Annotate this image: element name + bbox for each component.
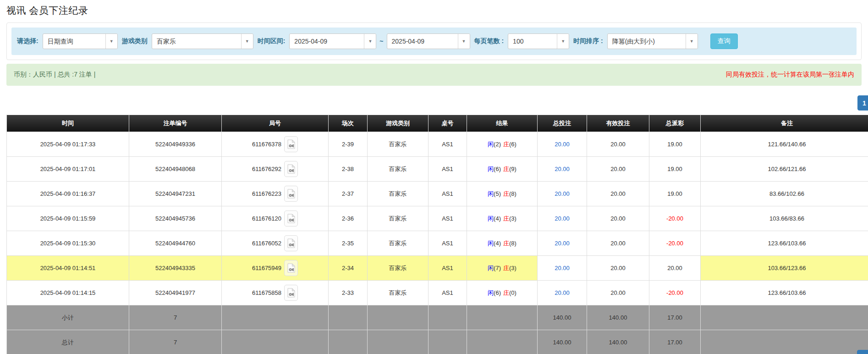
- total-bet-link[interactable]: 20.00: [555, 240, 570, 247]
- pagination-top: 1: [0, 95, 868, 111]
- total-bet-cell: 20.00: [538, 157, 587, 182]
- video-replay-icon[interactable]: [284, 210, 298, 227]
- table-row: 2025-04-09 01:15:30 522404944760 6116760…: [7, 231, 868, 256]
- column-header: 时间: [7, 115, 129, 132]
- summary-label: 总计: [7, 330, 129, 354]
- summary-total-bet: 140.00: [538, 305, 587, 330]
- bet-time: 2025-04-09 01:17:01: [7, 157, 129, 182]
- total-bet-cell: 20.00: [538, 231, 587, 256]
- chevron-down-icon[interactable]: ▼: [241, 34, 253, 49]
- per-page-value: 100: [508, 34, 557, 49]
- chevron-down-icon[interactable]: ▼: [458, 34, 470, 49]
- player-result-points: (6): [494, 166, 501, 172]
- video-replay-icon[interactable]: [284, 186, 298, 202]
- table-row: 2025-04-09 01:17:01 522404948068 6116762…: [7, 157, 868, 182]
- round-number: 611676120: [252, 215, 281, 222]
- column-header: 有效投注: [587, 115, 649, 132]
- page-1-button[interactable]: 1: [857, 350, 868, 354]
- query-type-select[interactable]: 日期查询 ▼: [43, 33, 118, 49]
- summary-valid-bet: 140.00: [587, 330, 649, 354]
- player-result-points: (2): [494, 141, 501, 148]
- note-cell: 83.66/102.66: [701, 182, 868, 206]
- game-category: 百家乐: [368, 281, 429, 305]
- valid-bet-cell: 20.00: [587, 157, 649, 182]
- chevron-down-icon[interactable]: ▼: [364, 34, 376, 49]
- total-bet-link[interactable]: 20.00: [555, 265, 570, 271]
- video-replay-icon[interactable]: [284, 260, 298, 276]
- total-bet-cell: 20.00: [538, 206, 587, 231]
- result-cell: 闲(7)庄(3): [467, 256, 538, 281]
- column-header: 总派彩: [649, 115, 701, 132]
- round-cell: 611676052: [222, 231, 329, 256]
- column-header: 总投注: [538, 115, 587, 132]
- total-bet-link[interactable]: 20.00: [555, 289, 570, 296]
- note-cell: 102.66/121.66: [701, 157, 868, 182]
- payout-cell: 19.00: [649, 182, 701, 206]
- video-replay-icon[interactable]: [284, 136, 298, 152]
- player-result-points: (7): [494, 265, 501, 271]
- pagination-bottom: 1: [857, 350, 868, 354]
- bet-time: 2025-04-09 01:15:59: [7, 206, 129, 231]
- bet-number: 522404949336: [129, 132, 222, 157]
- date-from-picker[interactable]: 2025-04-09 ▼: [289, 33, 376, 49]
- date-to-value: 2025-04-09: [387, 34, 458, 49]
- chevron-down-icon[interactable]: ▼: [105, 34, 117, 49]
- table-number: AS1: [429, 157, 467, 182]
- bet-number: 522404948068: [129, 157, 222, 182]
- bet-time: 2025-04-09 01:14:15: [7, 281, 129, 305]
- page-1-button[interactable]: 1: [857, 95, 868, 111]
- total-bet-link[interactable]: 20.00: [555, 141, 570, 148]
- total-bet-link[interactable]: 20.00: [555, 190, 570, 197]
- player-result-label: 闲: [488, 289, 494, 296]
- round-number: 611675858: [252, 289, 281, 296]
- table-number: AS1: [429, 256, 467, 281]
- chevron-down-icon[interactable]: ▼: [557, 34, 569, 49]
- game-category: 百家乐: [368, 132, 429, 157]
- total-bet-link[interactable]: 20.00: [555, 166, 570, 172]
- table-row: 2025-04-09 01:15:59 522404945736 6116761…: [7, 206, 868, 231]
- game-category: 百家乐: [368, 256, 429, 281]
- time-sort-value: 降冪(由大到小): [608, 34, 686, 49]
- column-header: 游戏类别: [368, 115, 429, 132]
- game-type-select[interactable]: 百家乐 ▼: [152, 33, 253, 49]
- player-result-label: 闲: [488, 215, 494, 222]
- time-range-label: 时间区间:: [258, 37, 286, 45]
- summary-total-bet: 140.00: [538, 330, 587, 354]
- filter-panel: 请选择: 日期查询 ▼ 游戏类别 百家乐 ▼ 时间区间: 2025-04-09 …: [6, 22, 862, 60]
- table-row: 2025-04-09 01:14:51 522404943335 6116759…: [7, 256, 868, 281]
- bet-number: 522404941977: [129, 281, 222, 305]
- column-header: 局号: [222, 115, 329, 132]
- payout-cell: 19.00: [649, 132, 701, 157]
- player-result-label: 闲: [488, 265, 494, 271]
- note-cell: 123.66/103.66: [701, 231, 868, 256]
- date-to-picker[interactable]: 2025-04-09 ▼: [387, 33, 470, 49]
- valid-bet-cell: 20.00: [587, 281, 649, 305]
- valid-bet-cell: 20.00: [587, 256, 649, 281]
- game-category: 百家乐: [368, 157, 429, 182]
- time-sort-select[interactable]: 降冪(由大到小) ▼: [607, 33, 698, 49]
- summary-row: 小计 7 140.00 140.00 17.00: [7, 305, 868, 330]
- video-replay-icon[interactable]: [284, 285, 298, 301]
- banker-result-label: 庄: [503, 240, 509, 247]
- round-cell: 611675949: [222, 256, 329, 281]
- player-result-label: 闲: [488, 141, 494, 148]
- banker-result-points: (8): [509, 240, 516, 247]
- summary-valid-bet: 140.00: [587, 305, 649, 330]
- bet-records-table: 时间注单编号局号场次游戏类别桌号结果总投注有效投注总派彩备注 2025-04-0…: [6, 115, 868, 354]
- video-replay-icon[interactable]: [284, 235, 298, 251]
- player-result-label: 闲: [488, 240, 494, 247]
- video-replay-icon[interactable]: [284, 161, 298, 177]
- query-button[interactable]: 查询: [710, 33, 738, 49]
- game-type-label: 游戏类别: [122, 37, 148, 45]
- session-number: 2-35: [329, 231, 368, 256]
- result-cell: 闲(4)庄(8): [467, 231, 538, 256]
- summary-count: 7: [129, 305, 222, 330]
- total-bet-cell: 20.00: [538, 256, 587, 281]
- banker-result-label: 庄: [503, 215, 509, 222]
- total-bet-link[interactable]: 20.00: [555, 215, 570, 222]
- banker-result-points: (3): [509, 215, 516, 222]
- chevron-down-icon[interactable]: ▼: [686, 34, 698, 49]
- per-page-select[interactable]: 100 ▼: [508, 33, 569, 49]
- result-cell: 闲(6)庄(0): [467, 281, 538, 305]
- player-result-points: (4): [494, 215, 501, 222]
